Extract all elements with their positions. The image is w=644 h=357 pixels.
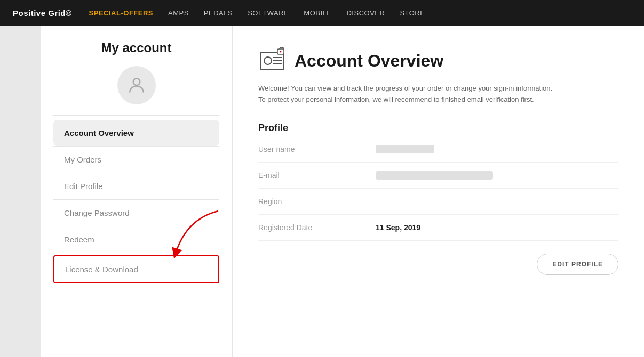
page-description: Welcome! You can view and track the prog… (258, 83, 618, 106)
button-row: EDIT PROFILE (258, 241, 618, 275)
page-description-line2: To protect your personal information, we… (258, 95, 534, 103)
sidebar-link-edit-profile[interactable]: Edit Profile (53, 173, 219, 199)
nav-special-offers[interactable]: SPECIAL-OFFERS (89, 9, 153, 17)
brand-logo[interactable]: Positive Grid® (13, 9, 72, 18)
sidebar-link-change-password[interactable]: Change Password (53, 200, 219, 226)
sidebar-item-change-password[interactable]: Change Password (53, 200, 219, 226)
sidebar-bg (0, 26, 41, 357)
sidebar-nav: Account Overview My Orders Edit Profile … (53, 120, 219, 283)
nav-pedals[interactable]: PEDALS (204, 9, 233, 17)
svg-point-3 (264, 57, 272, 64)
sidebar-link-redeem[interactable]: Redeem (53, 226, 219, 253)
nav-mobile[interactable]: MOBILE (304, 9, 331, 17)
navbar: Positive Grid® SPECIAL-OFFERS AMPS PEDAL… (0, 0, 644, 26)
profile-value-email (376, 171, 493, 180)
svg-point-8 (280, 51, 282, 53)
sidebar-title: My account (53, 40, 219, 55)
profile-row-email: E-mail (258, 163, 618, 189)
account-overview-icon (258, 47, 286, 75)
avatar-container (53, 66, 219, 104)
profile-value-registered-date: 11 Sep, 2019 (376, 223, 420, 232)
profile-row-region: Region (258, 189, 618, 215)
section-profile-title: Profile (258, 123, 618, 134)
main-content: Account Overview Welcome! You can view a… (233, 26, 644, 357)
edit-profile-button[interactable]: EDIT PROFILE (537, 254, 618, 275)
nav-links: SPECIAL-OFFERS AMPS PEDALS SOFTWARE MOBI… (89, 8, 425, 18)
profile-row-username: User name (258, 136, 618, 163)
sidebar: My account Account Overview My Orders Ed… (41, 26, 233, 357)
sidebar-item-account-overview[interactable]: Account Overview (53, 120, 219, 147)
page-title: Account Overview (295, 51, 443, 71)
page-header: Account Overview (258, 47, 618, 75)
nav-store[interactable]: STORE (400, 9, 425, 17)
sidebar-item-redeem[interactable]: Redeem (53, 226, 219, 253)
nav-discover[interactable]: DISCOVER (346, 9, 385, 17)
profile-label-email: E-mail (258, 171, 376, 180)
nav-amps[interactable]: AMPS (168, 9, 189, 17)
logo-symbol: ® (66, 9, 72, 18)
profile-label-region: Region (258, 197, 376, 206)
logo-text: Positive Grid (13, 9, 66, 18)
sidebar-item-edit-profile[interactable]: Edit Profile (53, 173, 219, 200)
avatar (117, 66, 156, 104)
svg-point-0 (133, 78, 140, 85)
profile-label-registered-date: Registered Date (258, 223, 376, 232)
nav-software[interactable]: SOFTWARE (248, 9, 289, 17)
sidebar-item-my-orders[interactable]: My Orders (53, 147, 219, 173)
profile-value-username (376, 145, 434, 153)
profile-label-username: User name (258, 145, 376, 153)
sidebar-link-license-download[interactable]: License & Download (54, 256, 218, 282)
page-description-line1: Welcome! You can view and track the prog… (258, 84, 552, 92)
sidebar-link-my-orders[interactable]: My Orders (53, 147, 219, 173)
sidebar-divider (53, 115, 219, 116)
main-layout: My account Account Overview My Orders Ed… (0, 26, 644, 357)
sidebar-item-license-download[interactable]: License & Download (53, 255, 219, 283)
sidebar-link-account-overview[interactable]: Account Overview (53, 120, 219, 146)
profile-row-registered-date: Registered Date 11 Sep, 2019 (258, 215, 618, 241)
